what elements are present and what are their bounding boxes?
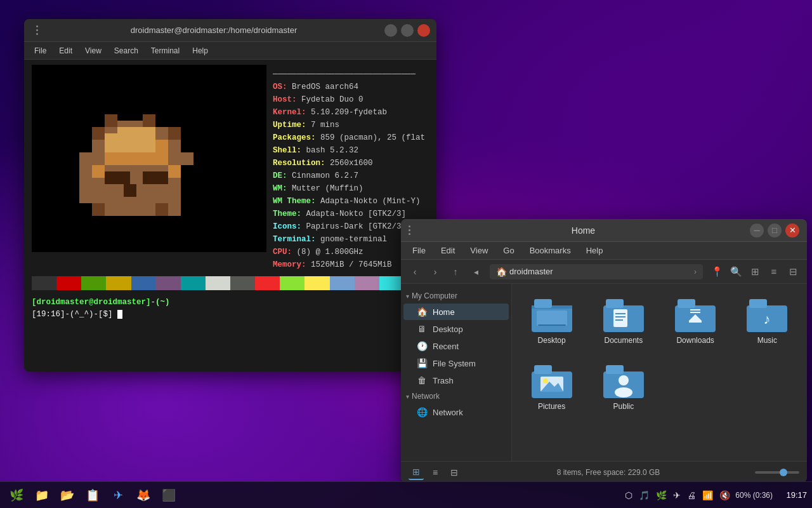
svg-rect-19 <box>105 114 117 127</box>
taskbar-terminal-icon[interactable]: ⬛ <box>157 484 180 507</box>
terminal-menu-view[interactable]: View <box>80 45 107 57</box>
bluetooth-icon[interactable]: ⬡ <box>624 489 634 502</box>
fm-maximize-button[interactable]: □ <box>768 224 782 237</box>
telegram-sys-icon[interactable]: ✈ <box>672 489 682 502</box>
svg-rect-51 <box>534 365 552 374</box>
fm-menu-help[interactable]: Help <box>580 244 610 257</box>
svg-rect-43 <box>690 309 700 311</box>
svg-rect-39 <box>615 316 625 318</box>
fm-grid-view-button[interactable]: ⊞ <box>746 263 764 281</box>
terminal-menu-search[interactable]: Search <box>109 45 143 57</box>
manjaro-sys-icon[interactable]: 🌿 <box>655 489 668 502</box>
fm-bookmarks-button[interactable]: ◂ <box>467 263 485 281</box>
fm-sidebar-recent-label: Recent <box>433 342 459 351</box>
svg-rect-24 <box>155 203 168 216</box>
fm-list-view-button[interactable]: ≡ <box>765 263 783 281</box>
svg-rect-17 <box>92 165 105 178</box>
fm-folder-desktop[interactable]: Desktop <box>520 291 584 350</box>
terminal-maximize-button[interactable]: □ <box>401 24 414 37</box>
info-theme: Adapta-Nokto [GTK2/3] <box>306 210 407 218</box>
fm-menu-go[interactable]: Go <box>497 244 520 257</box>
fm-menu-edit[interactable]: Edit <box>435 244 461 257</box>
taskbar-layerx-icon[interactable]: 📋 <box>81 484 104 507</box>
fm-close-button[interactable]: ✕ <box>785 224 799 237</box>
fm-folder-pictures[interactable]: Pictures <box>520 358 584 416</box>
taskbar-manjaro-icon[interactable]: 🌿 <box>5 484 28 507</box>
fm-compact-view-button[interactable]: ⊟ <box>447 465 462 480</box>
printer-icon[interactable]: 🖨 <box>686 489 697 502</box>
terminal-menu-terminal[interactable]: Terminal <box>146 45 185 57</box>
fm-sidebar-network[interactable]: 🌐 Network <box>403 404 509 420</box>
svg-rect-7 <box>168 140 181 152</box>
desktop-icon: 🖥 <box>416 324 428 334</box>
fm-title: Home <box>417 225 750 236</box>
terminal-content[interactable]: ────────────────────────────── OS: BredO… <box>24 60 436 371</box>
svg-rect-29 <box>124 184 136 197</box>
fm-up-button[interactable]: ↑ <box>447 263 464 281</box>
pixel-art-bread <box>41 76 257 241</box>
documents-folder-icon <box>603 297 644 332</box>
sound-muted-icon[interactable]: 🔇 <box>718 489 731 502</box>
taskbar-firefox-icon[interactable]: 🦊 <box>132 484 155 507</box>
taskbar-files-icon[interactable]: 📁 <box>30 484 53 507</box>
svg-rect-21 <box>92 127 105 140</box>
fm-sidebar-home[interactable]: 🏠 Home <box>403 304 509 320</box>
terminal-menu-edit[interactable]: Edit <box>54 45 77 57</box>
terminal-title: droidmaster@droidmaster:/home/droidmaste… <box>48 25 379 35</box>
terminal-menu-file[interactable]: File <box>29 45 51 57</box>
info-kernel: 5.10.209-fydetab <box>311 108 387 117</box>
fm-sidebar-trash[interactable]: 🗑 Trash <box>403 372 509 389</box>
svg-rect-56 <box>606 365 624 374</box>
fm-folder-downloads[interactable]: Downloads <box>664 291 728 350</box>
fm-forward-button[interactable]: › <box>426 263 444 281</box>
fm-menu-icon[interactable] <box>409 225 410 235</box>
fm-zoom-slider[interactable] <box>755 471 799 474</box>
fm-titlebar: Home ─ □ ✕ <box>401 219 807 242</box>
music-folder-icon: ♪ <box>747 297 787 332</box>
fm-zoom-thumb <box>780 469 787 476</box>
wifi-icon[interactable]: 📶 <box>701 489 714 502</box>
terminal-color-bar <box>32 276 429 290</box>
terminal-close-button[interactable]: ✕ <box>417 24 430 37</box>
svg-rect-28 <box>143 171 168 184</box>
info-host: Fydetab Duo 0 <box>301 95 363 104</box>
fm-back-button[interactable]: ‹ <box>406 263 424 281</box>
fm-sidebar-mycomputer-label: My Computer <box>412 291 457 300</box>
fm-location-button[interactable]: 📍 <box>708 263 726 281</box>
fm-menu-view[interactable]: View <box>464 244 494 257</box>
audio-icon[interactable]: 🎵 <box>638 489 651 502</box>
taskbar-thunar-icon[interactable]: 📂 <box>56 484 79 507</box>
fm-sidebar-recent[interactable]: 🕐 Recent <box>403 338 509 354</box>
fm-menu-bookmarks[interactable]: Bookmarks <box>523 244 577 257</box>
fm-list-view2-button[interactable]: ≡ <box>428 465 443 480</box>
terminal-titlebar: droidmaster@droidmaster:/home/droidmaste… <box>24 19 436 42</box>
svg-rect-37 <box>613 309 627 327</box>
terminal-minimize-button[interactable]: ─ <box>384 24 397 37</box>
svg-rect-48 <box>749 299 767 308</box>
svg-rect-23 <box>92 203 105 216</box>
fm-controls: ─ □ ✕ <box>750 224 799 237</box>
info-packages: 859 (pacman), 25 (flat <box>320 133 425 142</box>
svg-rect-26 <box>105 133 155 152</box>
terminal-menu-icon[interactable] <box>30 24 43 37</box>
fm-icon-view-button[interactable]: ⊞ <box>409 465 424 480</box>
fm-folder-public[interactable]: Public <box>591 358 655 416</box>
fm-sidebar-network-header[interactable]: ▾ Network <box>401 389 511 403</box>
fm-sidebar-filesystem[interactable]: 💾 File System <box>403 355 509 371</box>
fm-menu-file[interactable]: File <box>406 244 432 257</box>
terminal-menu-help[interactable]: Help <box>187 45 213 57</box>
svg-rect-8 <box>79 152 92 165</box>
fm-statusbar: ⊞ ≡ ⊟ 8 items, Free space: 229.0 GB <box>401 461 807 483</box>
fm-sidebar-network-label: Network <box>412 392 440 401</box>
taskbar-telegram-icon[interactable]: ✈ <box>107 484 129 507</box>
fm-folder-documents[interactable]: Documents <box>591 291 655 350</box>
fm-sidebar-desktop[interactable]: 🖥 Desktop <box>403 321 509 337</box>
fm-search-button[interactable]: 🔍 <box>727 263 745 281</box>
fm-folder-music[interactable]: ♪ Music <box>735 291 799 350</box>
fm-options-button[interactable]: ⊟ <box>784 263 802 281</box>
fm-minimize-button[interactable]: ─ <box>750 224 764 237</box>
fm-breadcrumb[interactable]: 🏠 droidmaster › <box>490 264 703 279</box>
fm-sidebar-mycomputer-header[interactable]: ▾ My Computer <box>401 289 511 303</box>
info-memory: 1526MiB / 7645MiB <box>311 260 392 269</box>
fm-folder-music-label: Music <box>757 336 777 345</box>
